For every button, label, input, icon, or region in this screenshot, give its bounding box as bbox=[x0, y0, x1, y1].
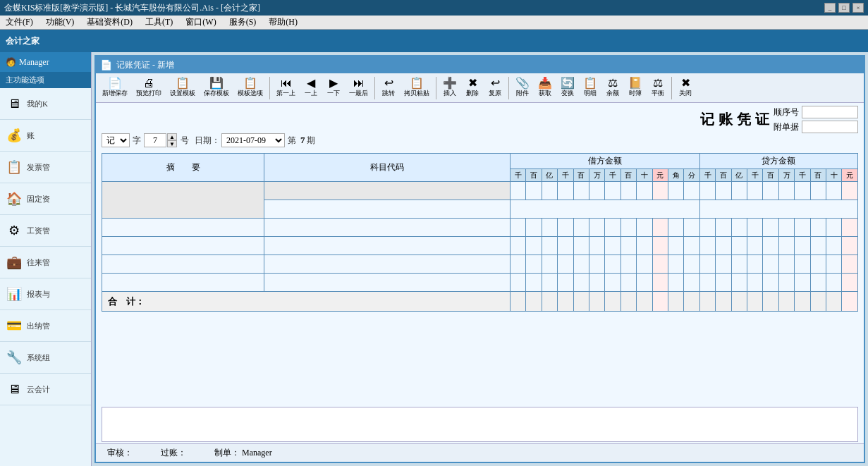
c4[interactable] bbox=[747, 182, 763, 200]
last-button[interactable]: ⏭ 一最后 bbox=[346, 75, 372, 100]
balance2-button[interactable]: ⚖ 平衡 bbox=[647, 75, 668, 100]
seq-input[interactable] bbox=[802, 106, 858, 118]
table-row bbox=[102, 237, 858, 255]
menu-base-data[interactable]: 基础资料(D) bbox=[84, 16, 135, 29]
sidebar-item-cashier[interactable]: 💳 出纳管 bbox=[0, 310, 91, 342]
select-template-icon: 📋 bbox=[243, 78, 257, 89]
c9[interactable] bbox=[826, 182, 842, 200]
menu-function[interactable]: 功能(V) bbox=[43, 16, 78, 29]
d1[interactable] bbox=[510, 182, 525, 200]
d1[interactable] bbox=[510, 219, 525, 237]
audit-label: 审核： bbox=[107, 447, 133, 459]
select-template-button[interactable]: 📋 模板选项 bbox=[234, 75, 267, 100]
sidebar-item-contact[interactable]: 💼 往来管 bbox=[0, 247, 91, 278]
c2[interactable] bbox=[716, 182, 731, 200]
detail-button[interactable]: 📋 明细 bbox=[580, 75, 601, 100]
d11[interactable] bbox=[668, 182, 684, 200]
prev-button[interactable]: ◀ 一上 bbox=[300, 75, 322, 100]
d-jiao: 角 bbox=[668, 169, 684, 182]
type-select[interactable]: 记 bbox=[102, 133, 130, 147]
maximize-button[interactable]: □ bbox=[838, 3, 850, 13]
new-save-label: 新增保存 bbox=[102, 89, 128, 98]
menu-file[interactable]: 文件(F) bbox=[3, 16, 36, 29]
d-qian2: 千 bbox=[558, 169, 573, 182]
sidebar-item-fixed-asset[interactable]: 🏠 固定资 bbox=[0, 183, 91, 215]
c5[interactable] bbox=[763, 182, 778, 200]
c-shi: 十 bbox=[826, 169, 842, 182]
jump-button[interactable]: ↩ 跳转 bbox=[378, 75, 399, 100]
get-button[interactable]: 📥 获取 bbox=[534, 75, 556, 100]
d7[interactable] bbox=[605, 182, 621, 200]
code-cell-5[interactable] bbox=[264, 274, 511, 292]
c1[interactable] bbox=[699, 182, 715, 200]
bottom-note[interactable] bbox=[102, 407, 858, 442]
close-button[interactable]: × bbox=[852, 3, 864, 13]
copy-paste-button[interactable]: 📋 拷贝粘贴 bbox=[401, 75, 433, 100]
d8[interactable] bbox=[621, 182, 636, 200]
delete-button[interactable]: ✖ 删除 bbox=[462, 75, 483, 100]
manager-label: 🧑 bbox=[6, 57, 16, 68]
d12[interactable] bbox=[684, 182, 699, 200]
sidebar-item-report[interactable]: 📊 报表与 bbox=[0, 278, 91, 310]
sidebar-item-system[interactable]: 🔧 系统组 bbox=[0, 342, 91, 374]
code-cell-4[interactable] bbox=[264, 255, 511, 274]
attachment-button[interactable]: 📎 附件 bbox=[512, 75, 533, 100]
sidebar-item-cloud[interactable]: 🖥 云会计 bbox=[0, 374, 91, 405]
balance-button[interactable]: ⚖ 余额 bbox=[602, 75, 623, 100]
sidebar-item-account[interactable]: 💰 账 bbox=[0, 120, 91, 152]
menu-service[interactable]: 服务(S) bbox=[226, 16, 259, 29]
summary-cell-1[interactable] bbox=[102, 182, 264, 219]
attach-input[interactable] bbox=[802, 121, 858, 133]
code-cell-1a[interactable] bbox=[264, 182, 511, 200]
save-template-button[interactable]: 💾 保存模板 bbox=[200, 75, 233, 100]
new-save-button[interactable]: 📄 新增保存 bbox=[99, 75, 131, 100]
d5[interactable] bbox=[573, 182, 589, 200]
date-select[interactable]: 2021-07-09 bbox=[221, 133, 285, 147]
post-label: 过账： bbox=[161, 447, 186, 459]
close-doc-button[interactable]: ✖ 关闭 bbox=[675, 75, 696, 100]
d-fen: 分 bbox=[684, 169, 699, 182]
sidebar-item-invoice[interactable]: 📋 发票管 bbox=[0, 152, 91, 183]
code-cell-1b[interactable] bbox=[264, 200, 511, 219]
sidebar-item-my-k[interactable]: 🖥 我的K bbox=[0, 88, 91, 120]
c10[interactable] bbox=[842, 182, 858, 200]
detail-label: 明细 bbox=[584, 89, 597, 98]
spin-up[interactable]: ▲ bbox=[167, 133, 177, 140]
menu-window[interactable]: 窗口(W) bbox=[183, 16, 219, 29]
d2[interactable] bbox=[526, 182, 542, 200]
first-button[interactable]: ⏮ 第一上 bbox=[273, 75, 299, 100]
code-cell-2[interactable] bbox=[264, 219, 511, 237]
minimize-button[interactable]: _ bbox=[824, 3, 836, 13]
d3[interactable] bbox=[542, 182, 557, 200]
time-book-button[interactable]: 📔 时簿 bbox=[625, 75, 646, 100]
c-bai2: 百 bbox=[763, 169, 778, 182]
set-template-button[interactable]: 📋 设置模板 bbox=[166, 75, 199, 100]
new-save-icon: 📄 bbox=[108, 78, 122, 89]
right-info: 顺序号 附单据 bbox=[774, 106, 858, 133]
menu-tools[interactable]: 工具(T) bbox=[142, 16, 176, 29]
d6[interactable] bbox=[589, 182, 604, 200]
c3[interactable] bbox=[731, 182, 747, 200]
code-cell-3[interactable] bbox=[264, 237, 511, 255]
summary-cell-4[interactable] bbox=[102, 255, 264, 274]
restore-button[interactable]: ↩ 复原 bbox=[484, 75, 506, 100]
sidebar-item-payroll[interactable]: ⚙ 工资管 bbox=[0, 215, 91, 247]
d10[interactable] bbox=[652, 182, 668, 200]
col-code-header: 科目代码 bbox=[264, 154, 511, 182]
menu-help[interactable]: 帮助(H) bbox=[266, 16, 300, 29]
summary-cell-3[interactable] bbox=[102, 237, 264, 255]
attachment-icon: 📎 bbox=[515, 78, 530, 89]
d9[interactable] bbox=[637, 182, 652, 200]
summary-cell-5[interactable] bbox=[102, 274, 264, 292]
num-input[interactable] bbox=[144, 133, 166, 147]
c8[interactable] bbox=[810, 182, 826, 200]
preview-print-button[interactable]: 🖨 预览打印 bbox=[133, 75, 165, 100]
insert-button[interactable]: ➕ 插入 bbox=[439, 75, 460, 100]
d4[interactable] bbox=[558, 182, 573, 200]
change-button[interactable]: 🔄 变换 bbox=[557, 75, 578, 100]
c6[interactable] bbox=[778, 182, 794, 200]
summary-cell-2[interactable] bbox=[102, 219, 264, 237]
next-button[interactable]: ▶ 一下 bbox=[323, 75, 344, 100]
c7[interactable] bbox=[795, 182, 810, 200]
spin-down[interactable]: ▼ bbox=[167, 140, 177, 147]
